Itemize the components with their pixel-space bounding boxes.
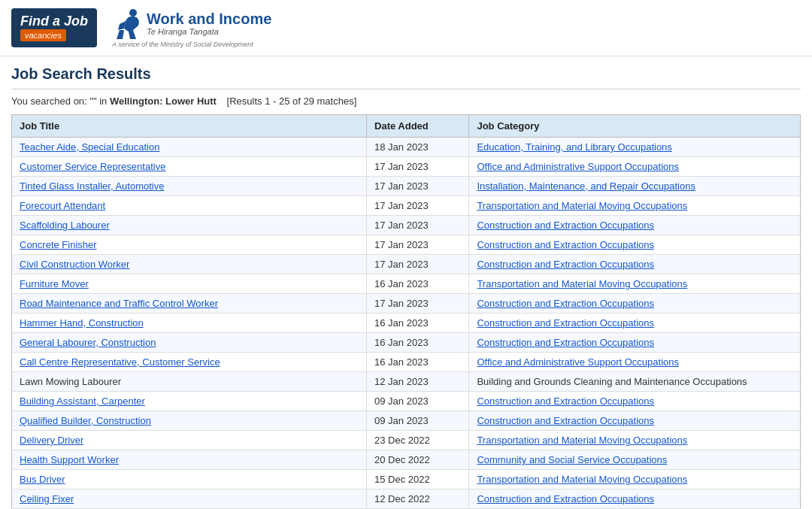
job-title-cell: Scaffolding Labourer (12, 216, 367, 235)
job-category-link[interactable]: Construction and Extraction Occupations (477, 415, 654, 426)
job-date-cell: 20 Dec 2022 (367, 450, 469, 470)
job-category-link[interactable]: Transportation and Material Moving Occup… (477, 435, 687, 446)
vacancies-badge: vacancies (20, 29, 66, 41)
job-title-link[interactable]: Qualified Builder, Construction (20, 415, 151, 426)
job-title-cell: Road Maintenance and Traffic Control Wor… (12, 294, 367, 314)
job-date-cell: 17 Jan 2023 (367, 157, 469, 177)
job-title-link[interactable]: Hammer Hand, Construction (20, 317, 144, 329)
job-category-link[interactable]: Installation, Maintenance, and Repair Oc… (477, 180, 695, 192)
job-date-cell: 18 Jan 2023 (367, 138, 469, 157)
job-title-cell: Forecourt Attendant (12, 196, 367, 216)
col-header-category: Job Category (469, 115, 801, 138)
search-label: You searched on: (11, 95, 87, 107)
table-row: Teacher Aide, Special Education18 Jan 20… (12, 138, 801, 157)
job-category-cell: Construction and Extraction Occupations (469, 489, 801, 509)
job-category-cell: Office and Administrative Support Occupa… (469, 353, 801, 372)
job-title-link[interactable]: Ceiling Fixer (20, 493, 74, 504)
job-category-link[interactable]: Office and Administrative Support Occupa… (477, 356, 679, 368)
job-title-cell: Civil Construction Worker (12, 255, 367, 274)
job-title-link[interactable]: Bus Driver (20, 474, 65, 485)
job-category-link[interactable]: Office and Administrative Support Occupa… (477, 161, 679, 172)
job-title-cell: Hammer Hand, Construction (12, 314, 367, 333)
job-date-cell: 12 Dec 2022 (367, 489, 469, 509)
job-category-cell: Transportation and Material Moving Occup… (469, 431, 801, 450)
job-category-cell: Transportation and Material Moving Occup… (469, 196, 801, 216)
job-title-cell: Furniture Mover (12, 274, 367, 294)
job-category-cell: Construction and Extraction Occupations (469, 235, 801, 255)
table-row: Delivery Driver23 Dec 2022Transportation… (12, 431, 801, 450)
search-term: "" (89, 95, 96, 107)
job-title-link[interactable]: Tinted Glass Installer, Automotive (20, 180, 164, 192)
job-title-cell: Customer Service Representative (12, 157, 367, 177)
job-date-cell: 09 Jan 2023 (367, 392, 469, 411)
job-title-link[interactable]: General Labourer, Construction (20, 337, 156, 348)
table-row: Health Support Worker20 Dec 2022Communit… (12, 450, 801, 470)
job-title-cell: Tinted Glass Installer, Automotive (12, 177, 367, 196)
job-date-cell: 17 Jan 2023 (367, 196, 469, 216)
table-row: Ceiling Fixer12 Dec 2022Construction and… (12, 489, 801, 509)
job-category-link[interactable]: Construction and Extraction Occupations (477, 395, 654, 407)
job-date-cell: 17 Jan 2023 (367, 294, 469, 314)
table-row: Furniture Mover16 Jan 2023Transportation… (12, 274, 801, 294)
job-title-link[interactable]: Delivery Driver (20, 435, 83, 446)
table-header-row: Job Title Date Added Job Category (12, 115, 801, 138)
job-title-link[interactable]: Customer Service Representative (20, 161, 165, 172)
table-row: Tinted Glass Installer, Automotive17 Jan… (12, 177, 801, 196)
job-title-cell: Delivery Driver (12, 431, 367, 450)
job-category-cell: Community and Social Service Occupations (469, 450, 801, 470)
job-category-cell: Installation, Maintenance, and Repair Oc… (469, 177, 801, 196)
job-category-link[interactable]: Transportation and Material Moving Occup… (477, 474, 687, 485)
col-header-title: Job Title (12, 115, 367, 138)
job-category-cell: Construction and Extraction Occupations (469, 411, 801, 431)
table-row: General Labourer, Construction16 Jan 202… (12, 333, 801, 353)
table-row: Bus Driver15 Dec 2022Transportation and … (12, 470, 801, 489)
job-category-link[interactable]: Construction and Extraction Occupations (477, 317, 654, 329)
job-category-link[interactable]: Construction and Extraction Occupations (477, 239, 654, 250)
job-title-link[interactable]: Forecourt Attendant (20, 200, 105, 211)
job-category-link[interactable]: Construction and Extraction Occupations (477, 493, 654, 504)
job-title-cell: Concrete Finisher (12, 235, 367, 255)
job-title-cell: Building Assistant, Carpenter (12, 392, 367, 411)
job-date-cell: 16 Jan 2023 (367, 274, 469, 294)
wi-text-block: Work and Income Te Hiranga Tangata (147, 11, 271, 36)
job-category-link[interactable]: Construction and Extraction Occupations (477, 298, 654, 309)
job-category-link[interactable]: Construction and Extraction Occupations (477, 337, 654, 348)
job-title-cell: Bus Driver (12, 470, 367, 489)
results-table: Job Title Date Added Job Category Teache… (11, 114, 801, 509)
job-category-cell: Construction and Extraction Occupations (469, 255, 801, 274)
job-title-link[interactable]: Health Support Worker (20, 454, 119, 465)
job-date-cell: 17 Jan 2023 (367, 255, 469, 274)
job-category-link[interactable]: Transportation and Material Moving Occup… (477, 200, 687, 211)
job-title-link[interactable]: Scaffolding Labourer (20, 220, 110, 231)
job-date-cell: 15 Dec 2022 (367, 470, 469, 489)
work-income-name: Work and Income (147, 11, 271, 27)
job-date-cell: 09 Jan 2023 (367, 411, 469, 431)
job-title-link[interactable]: Road Maintenance and Traffic Control Wor… (20, 298, 218, 309)
job-title-link[interactable]: Building Assistant, Carpenter (20, 395, 145, 407)
svg-point-1 (120, 32, 122, 34)
job-category-cell: Construction and Extraction Occupations (469, 216, 801, 235)
search-in: in (99, 95, 110, 107)
job-title-link[interactable]: Civil Construction Worker (20, 259, 129, 270)
job-title-cell: General Labourer, Construction (12, 333, 367, 353)
job-title-cell: Lawn Mowing Labourer (12, 372, 367, 392)
job-category-link[interactable]: Construction and Extraction Occupations (477, 259, 654, 270)
job-date-cell: 17 Jan 2023 (367, 235, 469, 255)
job-category-link[interactable]: Construction and Extraction Occupations (477, 220, 654, 231)
table-row: Civil Construction Worker17 Jan 2023Cons… (12, 255, 801, 274)
job-title-link[interactable]: Concrete Finisher (20, 239, 97, 250)
ministry-label: A service of the Ministry of Social Deve… (112, 41, 253, 48)
job-category-link[interactable]: Community and Social Service Occupations (477, 454, 667, 465)
col-header-date: Date Added (367, 115, 469, 138)
job-category-link[interactable]: Education, Training, and Library Occupat… (477, 141, 671, 153)
wi-figure-icon (112, 8, 141, 39)
table-row: Hammer Hand, Construction16 Jan 2023Cons… (12, 314, 801, 333)
job-title-link[interactable]: Furniture Mover (20, 278, 89, 289)
job-title-link[interactable]: Call Centre Representative, Customer Ser… (20, 356, 220, 368)
job-category-cell: Construction and Extraction Occupations (469, 294, 801, 314)
table-row: Forecourt Attendant17 Jan 2023Transporta… (12, 196, 801, 216)
find-a-job-logo: Find a Job vacancies (11, 8, 97, 47)
main-content: Job Search Results You searched on: "" i… (0, 56, 812, 509)
job-title-link[interactable]: Teacher Aide, Special Education (20, 141, 159, 153)
job-category-link[interactable]: Transportation and Material Moving Occup… (477, 278, 687, 289)
